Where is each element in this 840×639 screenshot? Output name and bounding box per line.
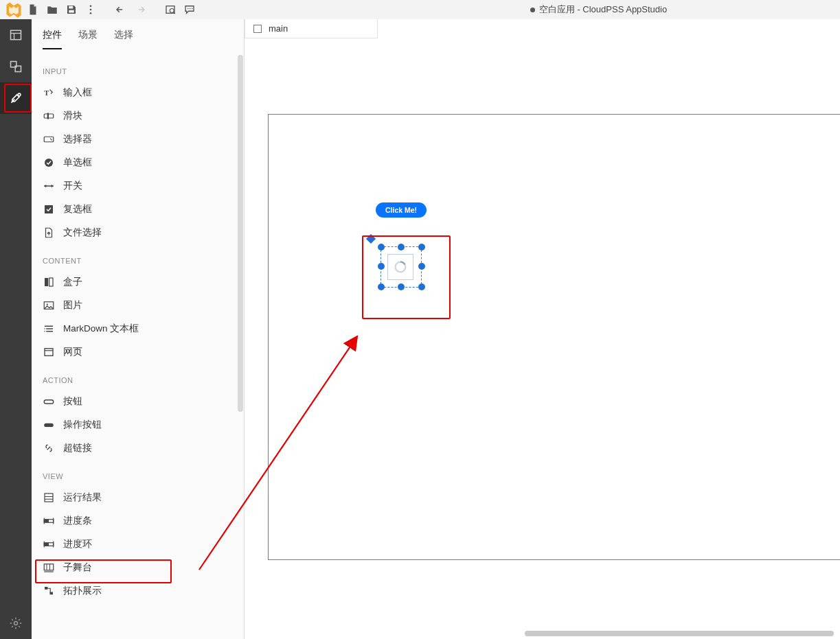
- svg-rect-28: [49, 278, 53, 286]
- svg-marker-24: [44, 185, 46, 188]
- widget-progress-bar[interactable]: 进度条: [32, 509, 244, 533]
- design-stage[interactable]: Click Me!: [268, 114, 840, 560]
- resize-handle[interactable]: [418, 244, 425, 251]
- resize-handle[interactable]: [398, 244, 405, 251]
- left-rail: [0, 19, 32, 639]
- widget-topology[interactable]: 拓扑展示: [32, 579, 244, 603]
- svg-point-16: [18, 93, 21, 96]
- side-panel-tabs: 控件 场景 选择: [32, 19, 244, 49]
- topology-icon: [43, 585, 55, 597]
- tab-scenes[interactable]: 场景: [78, 29, 98, 49]
- image-icon: [43, 299, 55, 312]
- svg-point-34: [44, 328, 45, 329]
- svg-rect-27: [45, 278, 48, 286]
- widget-hyperlink[interactable]: 超链接: [32, 437, 244, 460]
- button-icon: [43, 395, 55, 408]
- svg-point-22: [45, 159, 53, 167]
- widget-web[interactable]: 网页: [32, 340, 244, 364]
- new-file-button[interactable]: [23, 0, 43, 19]
- svg-rect-11: [11, 30, 21, 39]
- horizontal-scrollbar[interactable]: [525, 631, 834, 636]
- widget-markdown[interactable]: MarkDown 文本框: [32, 317, 244, 340]
- group-input: INPUT: [32, 55, 244, 81]
- checkbox-icon: [43, 203, 55, 216]
- progress-bar-icon: [43, 515, 55, 527]
- widget-box[interactable]: 盒子: [32, 270, 244, 294]
- group-view: VIEW: [32, 460, 244, 486]
- save-button[interactable]: [62, 0, 81, 19]
- preview-button[interactable]: [161, 0, 180, 19]
- resize-handle[interactable]: [378, 244, 385, 251]
- widget-input-box[interactable]: T输入框: [32, 81, 244, 104]
- title-text: 空白应用 - CloudPSS AppStudio: [539, 3, 667, 16]
- svg-rect-39: [44, 423, 54, 427]
- widget-sub-stage[interactable]: 子舞台: [32, 556, 244, 579]
- progress-ring-preview: [387, 254, 413, 280]
- canvas-area[interactable]: Click Me!: [245, 38, 840, 639]
- switch-icon: [43, 180, 55, 192]
- app-logo-icon: [4, 0, 23, 19]
- svg-point-8: [188, 8, 189, 10]
- tab-selection[interactable]: 选择: [114, 29, 133, 49]
- rail-tools-button[interactable]: [0, 82, 32, 114]
- radio-icon: [43, 156, 55, 169]
- rotate-handle-icon[interactable]: [366, 234, 376, 244]
- action-button-icon: [43, 419, 55, 431]
- top-toolbar: 空白应用 - CloudPSS AppStudio: [0, 0, 840, 19]
- svg-rect-1: [69, 10, 74, 13]
- rail-page-button[interactable]: [0, 19, 32, 51]
- widget-radio[interactable]: 单选框: [32, 151, 244, 174]
- widget-run-result[interactable]: 运行结果: [32, 486, 244, 509]
- resize-handle[interactable]: [418, 263, 425, 270]
- box-icon: [43, 276, 55, 288]
- comment-button[interactable]: [180, 0, 199, 19]
- tab-widgets[interactable]: 控件: [43, 29, 62, 49]
- widget-selector[interactable]: 选择器: [32, 128, 244, 151]
- resize-handle[interactable]: [378, 263, 385, 270]
- file-upload-icon: [43, 226, 55, 239]
- selected-widget-progress-ring[interactable]: [362, 227, 451, 311]
- document-tabs: main: [245, 19, 378, 38]
- widget-progress-ring[interactable]: 进度环: [32, 533, 244, 556]
- widget-list: INPUT T输入框 滑块 选择器 单选框 开关 复选框 文件选择 CONTEN…: [32, 55, 244, 639]
- progress-ring-icon: [43, 538, 55, 550]
- resize-handle[interactable]: [378, 283, 385, 290]
- widget-switch[interactable]: 开关: [32, 174, 244, 198]
- widget-slider[interactable]: 滑块: [32, 104, 244, 128]
- resize-handle[interactable]: [418, 283, 425, 290]
- svg-rect-55: [45, 587, 48, 590]
- svg-rect-48: [44, 543, 49, 546]
- canvas-button-clickme[interactable]: Click Me!: [376, 202, 427, 218]
- rail-settings-button[interactable]: [0, 607, 32, 639]
- svg-point-3: [90, 9, 92, 11]
- group-action: ACTION: [32, 364, 244, 390]
- svg-rect-36: [45, 349, 53, 356]
- doc-tab-label: main: [269, 23, 288, 34]
- more-menu-button[interactable]: [81, 0, 100, 19]
- svg-marker-25: [52, 185, 54, 188]
- redo-button[interactable]: [130, 0, 150, 19]
- widget-checkbox[interactable]: 复选框: [32, 198, 244, 221]
- widget-button[interactable]: 按钮: [32, 390, 244, 413]
- rail-assets-button[interactable]: [0, 51, 32, 82]
- svg-point-17: [14, 622, 18, 625]
- svg-rect-21: [44, 137, 54, 142]
- modified-dot-icon: [530, 8, 535, 12]
- open-file-button[interactable]: [43, 0, 62, 19]
- resize-handle[interactable]: [398, 283, 405, 290]
- slider-icon: [43, 110, 55, 122]
- undo-button[interactable]: [111, 0, 130, 19]
- widget-action-button[interactable]: 操作按钮: [32, 413, 244, 437]
- widget-image[interactable]: 图片: [32, 294, 244, 317]
- doc-tab-main[interactable]: main: [245, 19, 378, 38]
- svg-rect-38: [44, 400, 54, 404]
- page-icon: [253, 25, 262, 33]
- svg-rect-0: [69, 6, 73, 9]
- side-panel: 控件 场景 选择 INPUT T输入框 滑块 选择器 单选框 开关 复选框 文件…: [32, 19, 245, 639]
- svg-text:T: T: [44, 89, 49, 97]
- markdown-icon: [43, 323, 55, 335]
- result-icon: [43, 491, 55, 504]
- widget-file-select[interactable]: 文件选择: [32, 221, 244, 244]
- panel-scrollbar[interactable]: [238, 55, 243, 412]
- svg-point-9: [190, 8, 191, 10]
